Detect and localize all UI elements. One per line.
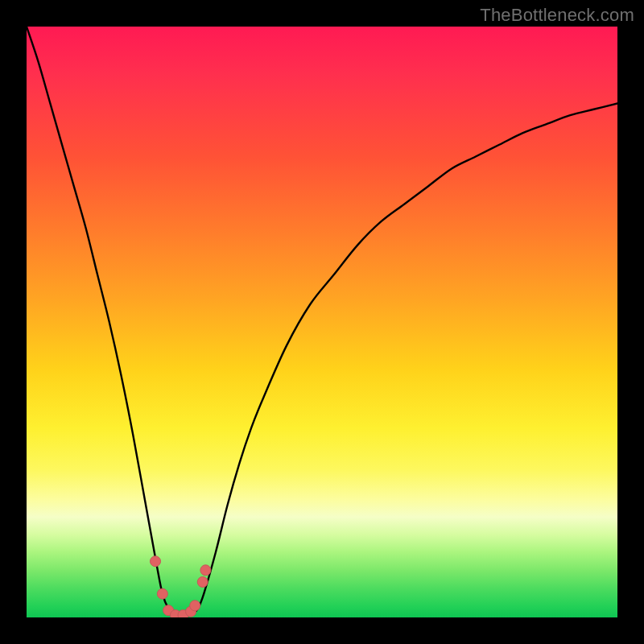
data-marker: [190, 601, 200, 611]
data-marker: [157, 588, 167, 599]
data-marker: [200, 565, 211, 576]
data-marker: [170, 610, 180, 617]
bottleneck-curve: [27, 27, 617, 617]
data-marker: [178, 610, 188, 617]
chart-frame: TheBottleneck.com: [0, 0, 644, 644]
data-marker: [151, 556, 161, 567]
data-marker: [186, 606, 196, 617]
data-marker: [163, 605, 174, 616]
watermark-text: TheBottleneck.com: [480, 5, 634, 26]
data-marker: [197, 576, 208, 587]
plot-area: [27, 27, 617, 617]
